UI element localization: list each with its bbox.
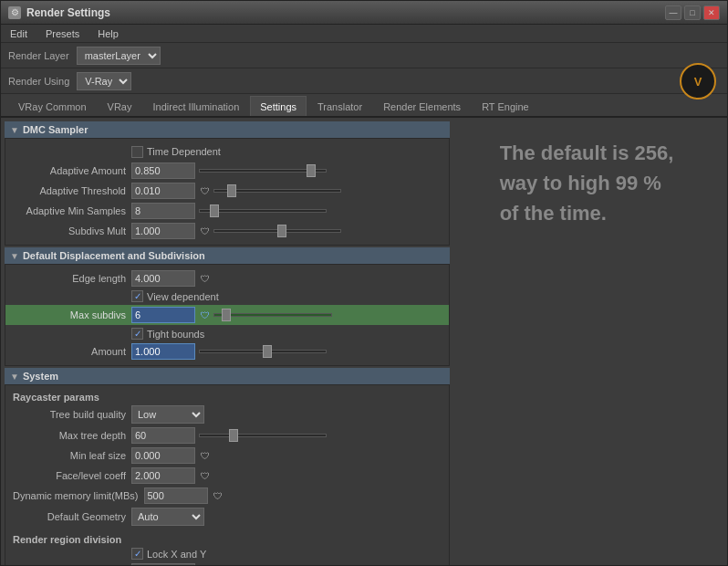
dynamic-memory-field[interactable] [144,487,208,504]
window-title: Render Settings [26,6,110,19]
max-subdivs-input: 🛡 [131,307,449,323]
vray-logo: V [680,63,716,100]
menu-edit[interactable]: Edit [6,27,31,40]
render-using-toolbar: Render Using V-Ray V [1,68,727,94]
render-layer-select[interactable]: masterLayer [77,47,161,65]
lock-xy-checkbox[interactable] [131,548,143,560]
adaptive-amount-slider-thumb[interactable] [307,164,316,177]
system-body: Raycaster params Tree build quality Low … [5,384,450,565]
adaptive-threshold-input: 🛡 [131,183,442,199]
x-row: X 🛡 [13,561,442,565]
adaptive-min-samples-input [131,203,442,219]
title-buttons: — □ ✕ [665,5,720,20]
annotation-line2: way to high 99 % [500,170,674,198]
subdivs-shield-icon: 🛡 [201,226,210,236]
view-dependent-checkbox[interactable] [131,290,143,302]
dynamic-memory-input: 🛡 [144,487,442,504]
raycaster-label: Raycaster params [13,389,442,404]
render-using-label: Render Using [8,76,69,87]
max-subdivs-row: Max subdivs 🛡 [5,305,449,325]
maximize-button[interactable]: □ [684,5,701,20]
subdivs-mult-slider-thumb[interactable] [277,225,286,237]
amount-slider-track [199,350,327,353]
amount-field[interactable] [131,343,195,360]
displacement-title: Default Displacement and Subdivision [23,250,205,261]
tight-bounds-checkbox[interactable] [131,328,143,340]
menu-bar: Edit Presets Help [1,25,727,43]
content-area: ▼ DMC Sampler Time Dependent Adaptive [1,118,727,565]
adaptive-amount-slider-track [199,169,327,173]
lock-xy-label: Lock X and Y [147,549,206,560]
time-dependent-input: Time Dependent [131,146,442,158]
tabs-bar: VRay Common VRay Indirect Illumination S… [1,94,727,118]
annotation-line1: The default is 256, [500,140,674,168]
render-settings-window: ⚙ Render Settings — □ ✕ Edit Presets Hel… [0,0,728,566]
dynamic-memory-label: Dynamic memory limit(MBs) [13,490,144,501]
tab-vray[interactable]: VRay [98,96,142,116]
max-tree-depth-field[interactable] [131,427,195,444]
max-subdivs-slider-track [213,313,332,317]
tab-rt-engine[interactable]: RT Engine [472,96,539,116]
render-layer-toolbar: Render Layer masterLayer [1,43,727,68]
menu-presets[interactable]: Presets [42,27,83,40]
tree-build-label: Tree build quality [13,409,131,420]
tree-build-select[interactable]: Low Medium High [131,405,204,424]
amount-label: Amount [13,346,131,357]
tab-indirect-illumination[interactable]: Indirect Illumination [142,96,249,116]
adaptive-min-samples-field[interactable] [131,203,195,219]
adaptive-min-slider-thumb[interactable] [210,204,219,217]
adaptive-min-samples-row: Adaptive Min Samples [13,201,442,221]
tree-build-row: Tree build quality Low Medium High [13,404,442,425]
displacement-arrow-icon: ▼ [10,251,19,261]
displacement-body: Edge length 🛡 View dependent Max subdivs [5,264,450,366]
window-icon: ⚙ [8,6,21,19]
adaptive-amount-row: Adaptive Amount [13,161,442,181]
close-button[interactable]: ✕ [703,5,720,20]
dmc-sampler-header[interactable]: ▼ DMC Sampler [5,121,450,138]
edge-length-input: 🛡 [131,270,442,287]
title-bar-left: ⚙ Render Settings [8,6,110,19]
displacement-section: ▼ Default Displacement and Subdivision E… [5,247,450,366]
adaptive-threshold-slider-track [213,189,341,193]
dynamic-memory-row: Dynamic memory limit(MBs) 🛡 [13,486,442,506]
adaptive-amount-field[interactable] [131,162,195,179]
x-field[interactable] [131,563,195,565]
edge-length-field[interactable] [131,270,195,287]
minimize-button[interactable]: — [665,5,681,20]
displacement-header[interactable]: ▼ Default Displacement and Subdivision [5,247,450,264]
render-region-label: Render region division [13,531,442,546]
subdivs-mult-slider-track [213,229,341,233]
tab-vray-common[interactable]: VRay Common [8,96,97,116]
system-title: System [23,371,58,382]
amount-row: Amount [13,341,442,362]
adaptive-threshold-slider-thumb[interactable] [227,184,236,197]
menu-help[interactable]: Help [94,27,122,40]
max-subdivs-slider-thumb[interactable] [222,309,231,321]
max-subdivs-field[interactable] [131,307,195,323]
time-dependent-row: Time Dependent [13,142,442,161]
adaptive-threshold-field[interactable] [131,183,195,199]
x-input: 🛡 [131,563,442,565]
time-dependent-checkbox[interactable] [131,146,143,158]
system-section: ▼ System Raycaster params Tree build qua… [5,368,450,565]
system-header[interactable]: ▼ System [5,368,450,384]
face-level-field[interactable] [131,467,195,484]
max-tree-depth-slider-thumb[interactable] [229,429,238,442]
default-geometry-select[interactable]: Auto Static Dynamic [131,508,204,526]
title-bar: ⚙ Render Settings — □ ✕ [1,1,727,25]
threshold-shield-icon: 🛡 [201,186,210,196]
tab-render-elements[interactable]: Render Elements [373,96,471,116]
subdivs-mult-field[interactable] [131,223,195,239]
face-level-label: Face/level coeff [13,470,131,481]
amount-input [131,343,442,360]
tab-settings[interactable]: Settings [250,96,307,116]
subdivs-mult-label: Subdivs Mult [13,225,131,236]
annotation-panel: The default is 256, way to high 99 % of … [450,121,723,561]
min-leaf-size-field[interactable] [131,447,195,464]
annotation-content: The default is 256, way to high 99 % of … [500,140,674,227]
amount-slider-thumb[interactable] [263,345,272,358]
default-geometry-label: Default Geometry [13,511,131,522]
dmc-sampler-section: ▼ DMC Sampler Time Dependent Adaptive [5,121,450,246]
render-using-select[interactable]: V-Ray [77,72,131,90]
tab-translator[interactable]: Translator [307,96,372,116]
